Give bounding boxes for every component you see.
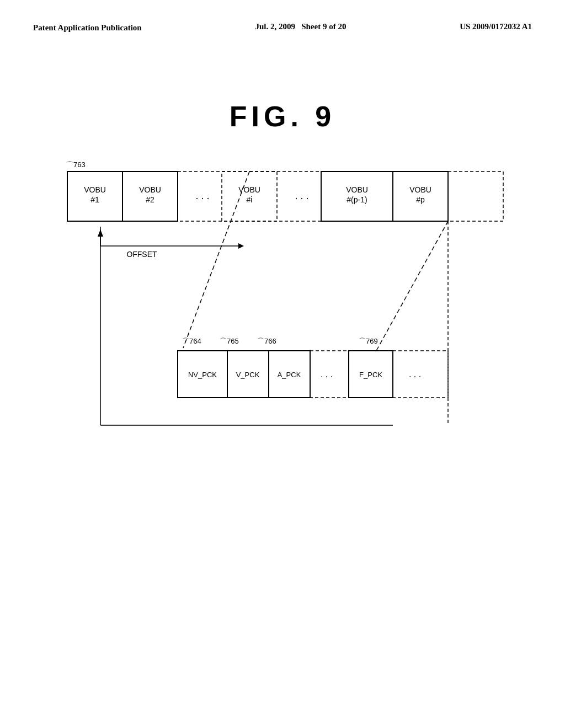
patent-number: US 2009/0172032 A1 [460,22,532,31]
page-header: Patent Application Publication Jul. 2, 2… [0,0,565,34]
date-sheet: Jul. 2, 2009 Sheet 9 of 20 [255,22,346,31]
svg-text:NV_PCK: NV_PCK [188,371,217,379]
svg-text:⌒769: ⌒769 [359,337,378,345]
figure-title: FIG. 9 [0,100,565,133]
diagram-svg: VOBU #1 VOBU #2 . . . VOBU #i . . . VOBU… [56,155,509,464]
svg-text:#p: #p [416,195,425,204]
svg-rect-0 [67,172,503,221]
sheet: Sheet 9 of 20 [301,22,346,31]
publication-label: Patent Application Publication [33,22,142,34]
svg-text:VOBU: VOBU [409,185,431,194]
svg-text:⌒764: ⌒764 [182,337,201,345]
svg-text:. . .: . . . [321,370,333,379]
svg-text:VOBU: VOBU [346,185,368,194]
svg-line-25 [183,172,249,348]
svg-text:VOBU: VOBU [139,185,161,194]
svg-text:#1: #1 [90,195,99,204]
svg-text:V_PCK: V_PCK [236,371,260,379]
svg-marker-21 [238,243,244,249]
svg-text:⌒766: ⌒766 [257,337,276,345]
svg-text:F_PCK: F_PCK [359,371,382,379]
svg-text:VOBU: VOBU [84,185,106,194]
svg-text:OFFSET: OFFSET [126,250,157,259]
svg-text:. . .: . . . [409,370,421,379]
svg-rect-32 [178,351,448,398]
svg-text:⌒763: ⌒763 [66,160,86,169]
diagram: VOBU #1 VOBU #2 . . . VOBU #i . . . VOBU… [56,155,509,464]
svg-text:A_PCK: A_PCK [278,371,301,379]
svg-marker-24 [98,229,103,237]
svg-text:#i: #i [247,195,253,204]
svg-line-26 [376,221,448,351]
svg-text:#2: #2 [146,195,154,204]
svg-text:. . .: . . . [195,190,209,201]
svg-text:#(p-1): #(p-1) [347,195,367,204]
svg-text:. . .: . . . [295,190,308,201]
date: Jul. 2, 2009 [255,22,295,31]
svg-text:⌒765: ⌒765 [220,337,239,345]
